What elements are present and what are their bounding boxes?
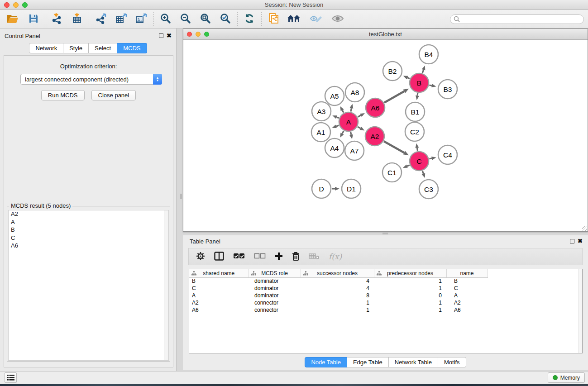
show-graphics-button[interactable] [329,12,347,26]
export-image-button[interactable] [133,12,150,26]
graph-edge-C-C2[interactable] [416,143,419,151]
graph-node-C2[interactable]: C2 [405,122,424,141]
zoom-out-button[interactable] [177,12,194,26]
tab-network-table[interactable]: Network Table [389,357,438,367]
table-cell[interactable]: A2 [189,299,249,306]
table-cell[interactable]: 1 [374,285,446,292]
graph-node-A3[interactable]: A3 [312,102,331,121]
add-column-button[interactable] [275,252,283,262]
column-header-MCDS-role[interactable]: MCDS role [249,269,301,277]
import-table-button[interactable] [69,12,85,26]
mcds-result-item[interactable]: A6 [9,242,168,250]
clone-network-button[interactable] [265,12,282,26]
graph-node-A7[interactable]: A7 [345,141,364,160]
table-cell[interactable]: A [446,292,488,299]
table-cell[interactable]: C [189,285,249,292]
graph-edge-A-A5[interactable] [340,106,344,113]
tab-select[interactable]: Select [89,43,117,53]
table-cell[interactable]: A [189,292,249,299]
graph-node-B3[interactable]: B3 [438,80,457,99]
zoom-in-button[interactable] [158,12,174,26]
deselect-all-rows-button[interactable] [254,253,266,261]
refresh-button[interactable] [241,12,258,26]
table-cell[interactable]: A6 [189,306,249,314]
zoom-fit-button[interactable] [197,12,214,26]
table-cell[interactable]: B [189,277,249,285]
graph-node-C1[interactable]: C1 [382,163,402,182]
graph-edge-C-C3[interactable] [422,171,425,178]
graph-node-D1[interactable]: D1 [342,179,361,198]
column-header-successor-nodes[interactable]: successor nodes [301,269,374,277]
table-cell[interactable]: 1 [374,299,446,306]
network-canvas[interactable]: B4B2BB3A5A8A6A3B1AC2A1A2A4A7C4CC1C3DD1 [183,40,588,231]
mcds-result-item[interactable]: A2 [9,210,168,219]
criterion-dropdown[interactable]: largest connected component (directed) ▲… [20,74,162,85]
apply-function-button[interactable]: f(x) [329,252,342,261]
tab-style[interactable]: Style [63,43,89,53]
graph-edge-A2-C[interactable] [384,141,409,155]
scrollbar[interactable] [164,210,168,360]
float-panel-icon[interactable] [159,33,163,38]
graph-edge-B-B4[interactable] [422,66,425,73]
table-cell[interactable]: connector [249,299,301,306]
table-cell[interactable]: connector [249,306,301,314]
table-cell[interactable]: C [446,285,488,292]
graph-edge-C-C1[interactable] [403,164,410,168]
graph-node-A4[interactable]: A4 [325,138,344,157]
graph-edge-A-A6[interactable] [358,113,365,117]
table-cell[interactable]: 8 [301,292,374,299]
graph-edge-C-C4[interactable] [429,157,436,160]
task-history-button[interactable] [5,372,17,383]
table-cell[interactable]: B [446,277,488,285]
toggle-columns-button[interactable] [214,252,224,262]
splitter-handle[interactable] [382,233,388,234]
graph-edge-A-A8[interactable] [350,104,354,111]
table-cell[interactable]: 4 [301,285,374,292]
hide-annotations-button[interactable] [307,12,325,26]
graph-node-A1[interactable]: A1 [311,123,330,142]
graph-node-A6[interactable]: A6 [366,98,385,117]
export-network-button[interactable] [93,12,110,26]
mcds-result-item[interactable]: C [9,234,168,243]
table-cell[interactable]: A2 [446,299,488,306]
tab-network[interactable]: Network [29,43,63,53]
tab-mcds[interactable]: MCDS [117,43,147,53]
save-session-button[interactable] [26,12,41,26]
table-row[interactable]: Cdominator41C [189,285,578,292]
mcds-result-item[interactable]: A [9,219,168,227]
graph-node-A[interactable]: A [339,112,358,131]
home-layout-button[interactable] [284,12,303,26]
column-header-predecessor-nodes[interactable]: predecessor nodes [374,269,446,277]
table-row[interactable]: A2connector11A2 [189,299,578,306]
table-cell[interactable]: 0 [374,292,446,299]
close-panel-icon[interactable]: ✖ [167,33,172,38]
graph-edge-B-B3[interactable] [429,84,436,87]
table-cell[interactable]: dominator [249,277,301,285]
memory-button[interactable]: Memory [548,372,585,383]
tab-node-table[interactable]: Node Table [305,357,347,367]
float-panel-icon[interactable] [570,239,574,243]
table-row[interactable]: Adominator80A [189,292,578,299]
close-panel-button[interactable]: Close panel [91,90,136,100]
zoom-selected-button[interactable] [217,12,234,26]
table-cell[interactable]: dominator [249,292,301,299]
table-settings-button[interactable] [196,252,205,262]
table-cell[interactable]: 1 [301,306,374,314]
open-file-button[interactable] [4,12,21,26]
mcds-result-item[interactable]: B [9,226,168,234]
graph-node-C4[interactable]: C4 [438,145,457,164]
select-all-rows-button[interactable] [233,253,245,261]
table-cell[interactable]: 1 [374,277,446,285]
delete-column-button[interactable] [292,252,300,262]
graph-edge-A6-B[interactable] [384,89,409,103]
graph-node-B2[interactable]: B2 [383,62,402,81]
graph-node-B[interactable]: B [410,73,429,92]
splitter-handle[interactable] [180,194,182,199]
table-row[interactable]: Bdominator41B [189,277,578,285]
run-mcds-button[interactable]: Run MCDS [41,90,85,100]
table-cell[interactable]: 1 [301,299,374,306]
graph-node-B1[interactable]: B1 [406,102,425,121]
table-row[interactable]: A6connector11A6 [189,306,578,314]
graph-edge-D-D1[interactable] [332,187,339,191]
column-header-shared-name[interactable]: shared name [189,269,249,277]
